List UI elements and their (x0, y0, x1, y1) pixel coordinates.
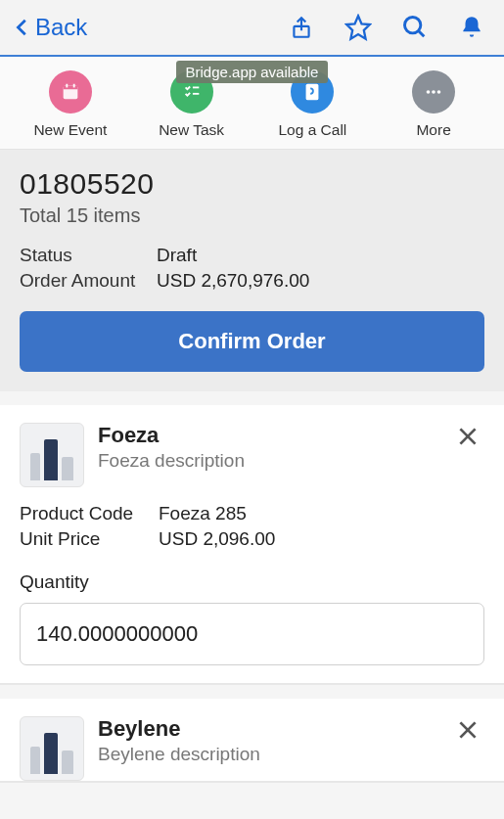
more-icon (412, 70, 455, 114)
star-icon[interactable] (344, 13, 373, 42)
action-more[interactable]: More (373, 70, 494, 139)
svg-rect-5 (64, 86, 78, 90)
status-value: Draft (157, 245, 484, 266)
svg-point-11 (427, 90, 431, 94)
svg-line-3 (419, 31, 425, 37)
remove-item-button[interactable] (451, 716, 484, 750)
item-title: Foeza (98, 423, 437, 448)
unit-price-label: Unit Price (20, 528, 159, 550)
amount-value: USD 2,670,976.00 (157, 270, 484, 292)
svg-point-12 (432, 90, 435, 94)
line-item: Beylene Beylene description (0, 699, 504, 783)
svg-point-13 (437, 90, 441, 94)
item-title: Beylene (98, 716, 437, 742)
action-label: New Event (33, 121, 107, 139)
product-thumbnail (20, 423, 84, 487)
separator (0, 685, 504, 699)
separator (0, 391, 504, 405)
search-icon[interactable] (400, 13, 430, 42)
action-new-event[interactable]: New Event (10, 70, 131, 139)
close-icon (455, 717, 481, 743)
line-item: Foeza Foeza description Product Code Foe… (0, 405, 504, 685)
action-label: More (416, 121, 450, 139)
bell-icon[interactable] (457, 13, 486, 42)
top-bar: Back (0, 0, 504, 57)
back-label: Back (35, 14, 87, 41)
order-number: 01805520 (20, 167, 484, 201)
close-icon (455, 424, 481, 449)
chevron-left-icon (12, 12, 33, 43)
item-description: Beylene description (98, 744, 437, 765)
amount-label: Order Amount (20, 270, 157, 292)
product-code-label: Product Code (20, 503, 159, 524)
product-code-value: Foeza 285 (159, 503, 484, 524)
svg-marker-1 (346, 16, 369, 38)
unit-price-value: USD 2,096.00 (159, 528, 484, 550)
tooltip-badge: Bridge.app available (176, 61, 329, 83)
top-icons (287, 13, 486, 42)
quantity-label: Quantity (20, 571, 484, 593)
total-items: Total 15 items (20, 205, 484, 227)
action-label: New Task (159, 121, 224, 139)
remove-item-button[interactable] (451, 423, 484, 456)
calendar-icon (49, 70, 92, 114)
product-thumbnail (20, 716, 84, 781)
share-icon[interactable] (287, 13, 316, 42)
quantity-input[interactable] (20, 603, 484, 665)
status-label: Status (20, 245, 157, 266)
svg-point-2 (405, 18, 421, 33)
action-label: Log a Call (278, 121, 346, 139)
back-button[interactable]: Back (12, 12, 87, 43)
order-summary: 01805520 Total 15 items Status Draft Ord… (0, 150, 504, 391)
confirm-order-button[interactable]: Confirm Order (20, 311, 484, 372)
summary-fields: Status Draft Order Amount USD 2,670,976.… (20, 245, 484, 292)
item-description: Foeza description (98, 450, 437, 472)
